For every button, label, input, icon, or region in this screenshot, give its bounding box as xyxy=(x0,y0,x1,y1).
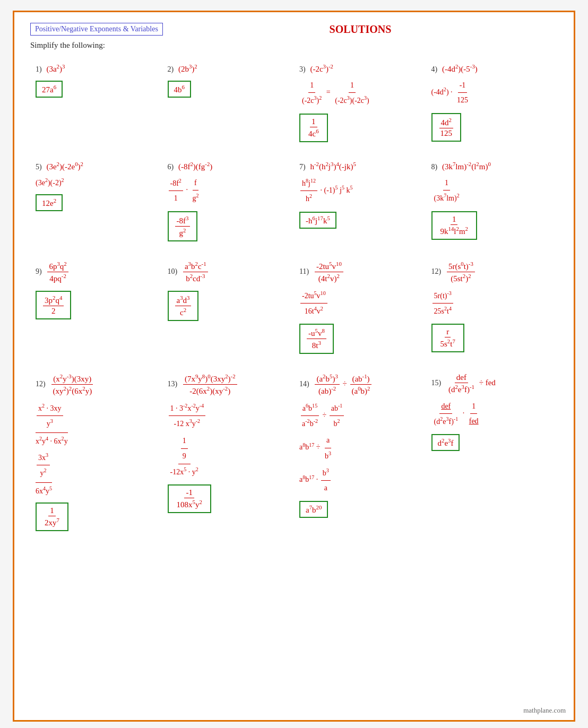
problem-10-question: 10) a3b2c-1 b2cd-3 xyxy=(168,260,289,284)
problem-10: 10) a3b2c-1 b2cd-3 a3d3 c2 xyxy=(162,257,295,357)
problem-1-question: 1) (3a2)3 xyxy=(36,63,157,74)
problem-11-answer: -u5v8 8t3 xyxy=(299,324,334,354)
problem-12-answer: r 5s2t7 xyxy=(431,324,464,352)
problem-9-answer: 3p2q4 2 xyxy=(36,291,71,319)
worksheet-title: Positive/Negative Exponents & Variables xyxy=(30,23,163,36)
problem-12b: 12) (x2y-3)(3xy) (xy2)2(6x2y) x2 · 3xy y… xyxy=(30,370,162,534)
problem-15-question: 15) def (d2e3f)-1 ÷ fed xyxy=(431,372,553,395)
row-3: 9) 6p3q2 4pq-2 3p2q4 2 10) xyxy=(30,257,558,357)
problem-11: 11) -2tu5v10 (4t2v)2 -2tu5v10 16t4v2 xyxy=(294,257,426,357)
problem-13-question: 13) (7x9y8)0(3xy2)-2 -2(6x2)(xy-2) xyxy=(168,372,289,396)
problem-5: 5) (3e2)(-2e0)2 (3e2)(-2)2 12e2 xyxy=(30,158,162,244)
problem-8: 8) (3k7lm)-2(l2m)0 1 (3k7lm)2 1 9k14l2m2 xyxy=(426,158,558,244)
problem-2: 2) (2b3)2 4b6 xyxy=(162,60,295,145)
problem-14-question: 14) (a2b5)3 (ab)-2 ÷ (ab-1) (a0b)2 xyxy=(299,372,421,396)
problem-3-answer: 1 4c6 xyxy=(299,114,328,142)
problem-3-question: 3) (-2c3)-2 xyxy=(299,63,421,74)
problem-4: 4) (-4d2)(-5-3) (-4d2) · -1 125 4d2 125 xyxy=(426,60,558,145)
problem-8-question: 8) (3k7lm)-2(l2m)0 xyxy=(431,161,553,171)
problem-2-question: 2) (2b3)2 xyxy=(168,63,289,74)
problem-13-answer: -1 108x5y2 xyxy=(168,484,211,513)
problem-14: 14) (a2b5)3 (ab)-2 ÷ (ab-1) (a0b)2 xyxy=(294,370,426,534)
problem-7-question: 7) h-2(h2j3)4(-jk)5 xyxy=(299,161,421,171)
problem-5-question: 5) (3e2)(-2e0)2 xyxy=(36,161,157,171)
row-1: 1) (3a2)3 27a6 2) (2b3)2 4b6 3) (-2c3)-2… xyxy=(30,60,558,145)
problem-6-question: 6) (-8f2)(fg-2) xyxy=(168,161,289,171)
problem-11-question: 11) -2tu5v10 (4t2v)2 xyxy=(299,260,421,284)
problem-15-answer: d2e3f xyxy=(431,434,460,451)
header: Positive/Negative Exponents & Variables … xyxy=(30,23,558,36)
problem-12b-question: 12) (x2y-3)(3xy) (xy2)2(6x2y) xyxy=(36,372,157,396)
problem-9: 9) 6p3q2 4pq-2 3p2q4 2 xyxy=(30,257,162,357)
problem-1: 1) (3a2)3 27a6 xyxy=(30,60,162,145)
problem-8-answer: 1 9k14l2m2 xyxy=(431,211,477,240)
problem-10-answer: a3d3 c2 xyxy=(168,291,199,321)
problem-13: 13) (7x9y8)0(3xy2)-2 -2(6x2)(xy-2) 1 · 3… xyxy=(162,370,295,534)
problem-12b-answer: 1 2xy7 xyxy=(36,502,68,531)
problem-5-answer: 12e2 xyxy=(36,194,63,211)
problem-7-answer: -h6j17k5 xyxy=(299,212,336,229)
problem-1-answer: 27a6 xyxy=(36,81,63,98)
row-4: 12) (x2y-3)(3xy) (xy2)2(6x2y) x2 · 3xy y… xyxy=(30,370,558,534)
worksheet-page: Positive/Negative Exponents & Variables … xyxy=(13,11,575,722)
problem-6-answer: -8f3 g2 xyxy=(168,211,198,241)
problem-12: 12) 5r(s0t)-3 (5st2)2 5r(t)-3 25s2t4 xyxy=(426,257,558,357)
problem-14-answer: a7b20 xyxy=(299,501,328,518)
problem-7: 7) h-2(h2j3)4(-jk)5 h8j12 h2 · (-1)5 j5 … xyxy=(294,158,426,244)
problem-6: 6) (-8f2)(fg-2) -8f2 1 · f g2 xyxy=(162,158,295,244)
row-2: 5) (3e2)(-2e0)2 (3e2)(-2)2 12e2 6) (-8f2… xyxy=(30,158,558,244)
problem-9-question: 9) 6p3q2 4pq-2 xyxy=(36,260,157,284)
problem-15: 15) def (d2e3f)-1 ÷ fed def (d2e3f)-1 · xyxy=(426,370,558,534)
problem-2-answer: 4b6 xyxy=(168,81,191,98)
problem-4-answer: 4d2 125 xyxy=(431,113,462,142)
footer-brand: mathplane.com xyxy=(523,706,566,715)
solutions-title: SOLUTIONS xyxy=(163,23,558,36)
problem-4-question: 4) (-4d2)(-5-3) xyxy=(431,63,553,74)
instructions: Simplify the following: xyxy=(30,41,558,50)
problem-12-question: 12) 5r(s0t)-3 (5st2)2 xyxy=(431,260,553,284)
problem-3: 3) (-2c3)-2 1 (-2c3)2 = 1 (-2c3)(-2c3) xyxy=(294,60,426,145)
